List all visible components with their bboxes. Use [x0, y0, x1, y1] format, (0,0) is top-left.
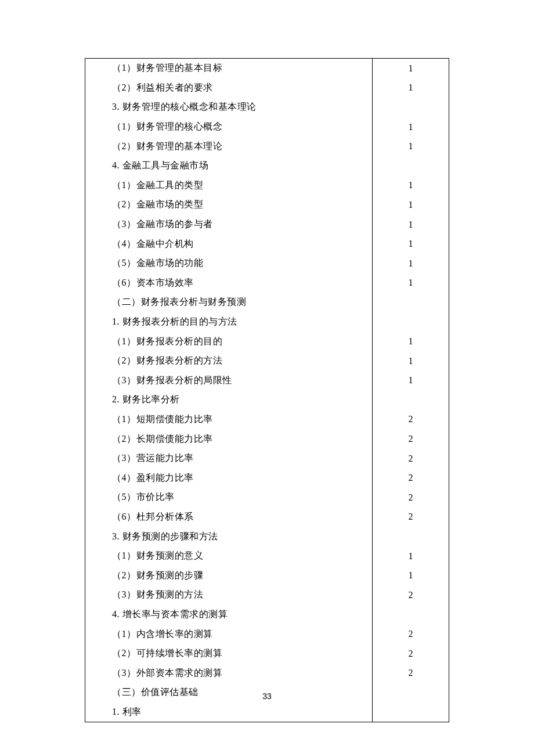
- table-row: （5）金融市场的功能1: [85, 254, 449, 273]
- table-row: （3）金融市场的参与者1: [85, 215, 449, 235]
- row-text: （2）财务管理的基本理论: [85, 141, 372, 153]
- row-text: （2）利益相关者的要求: [85, 82, 372, 94]
- row-text: （1）短期偿债能力比率: [85, 413, 372, 426]
- row-text: （4）盈利能力比率: [85, 472, 372, 484]
- table-row: 1. 利率: [85, 703, 449, 722]
- row-text: （3）财务预测的方法: [85, 589, 372, 601]
- table-row: （1）财务管理的基本目标1: [85, 59, 449, 78]
- row-value: [372, 527, 449, 546]
- row-text: （3）营运能力比率: [85, 452, 372, 465]
- row-value: 2: [372, 663, 449, 683]
- row-text: （6）资本市场效率: [85, 277, 372, 289]
- table-row: （5）市价比率2: [85, 488, 449, 507]
- row-text: （二）财务报表分析与财务预测: [85, 296, 372, 308]
- row-text: （1）内含增长率的测算: [85, 628, 372, 640]
- row-value: 1: [372, 78, 449, 98]
- table-row: （2）可持续增长率的测算2: [85, 644, 449, 664]
- row-value: [372, 156, 449, 176]
- row-text: 4. 金融工具与金融市场: [85, 160, 372, 172]
- table-row: （4）金融中介机构1: [85, 234, 449, 254]
- row-text: （1）财务预测的意义: [85, 550, 372, 562]
- row-text: （5）金融市场的功能: [85, 257, 372, 269]
- row-text: 1. 财务报表分析的目的与方法: [85, 316, 372, 328]
- row-value: [372, 605, 449, 625]
- row-text: （2）财务预测的步骤: [85, 570, 372, 582]
- table-row: （1）财务预测的意义1: [85, 546, 449, 566]
- table-row: （2）财务预测的步骤1: [85, 566, 449, 585]
- table-row: （3）外部资本需求的测算2: [85, 663, 449, 683]
- row-value: 1: [372, 351, 449, 371]
- table-row: 3. 财务预测的步骤和方法: [85, 527, 449, 546]
- row-text: （3）外部资本需求的测算: [85, 667, 372, 679]
- row-text: （2）可持续增长率的测算: [85, 647, 372, 660]
- row-value: 1: [372, 254, 449, 273]
- row-value: [372, 312, 449, 332]
- row-value: 1: [372, 566, 449, 585]
- row-text: 1. 利率: [85, 706, 372, 718]
- row-text: 2. 财务比率分析: [85, 394, 372, 406]
- table-row: （2）长期偿债能力比率2: [85, 429, 449, 449]
- row-text: （2）长期偿债能力比率: [85, 433, 372, 445]
- row-value: 1: [372, 176, 449, 196]
- row-text: （1）财务报表分析的目的: [85, 336, 372, 348]
- table-row: （3）营运能力比率2: [85, 449, 449, 469]
- table-row: （1）短期偿债能力比率2: [85, 410, 449, 430]
- row-value: 2: [372, 624, 449, 644]
- table-row: （4）盈利能力比率2: [85, 468, 449, 488]
- row-value: [372, 390, 449, 410]
- row-text: 3. 财务预测的步骤和方法: [85, 531, 372, 543]
- document-page: （1）财务管理的基本目标1（2）利益相关者的要求13. 财务管理的核心概念和基本…: [0, 0, 534, 756]
- row-value: [372, 98, 449, 117]
- row-text: （3）财务报表分析的局限性: [85, 375, 372, 387]
- table-row: （2）财务报表分析的方法1: [85, 351, 449, 371]
- row-value: 2: [372, 410, 449, 430]
- row-value: 1: [372, 136, 449, 156]
- table-row: （二）财务报表分析与财务预测: [85, 293, 449, 312]
- table-row: 4. 增长率与资本需求的测算: [85, 605, 449, 625]
- table-row: （6）资本市场效率1: [85, 273, 449, 293]
- row-value: 2: [372, 585, 449, 605]
- row-text: 3. 财务管理的核心概念和基本理论: [85, 101, 372, 113]
- syllabus-table: （1）财务管理的基本目标1（2）利益相关者的要求13. 财务管理的核心概念和基本…: [85, 58, 449, 722]
- row-text: （5）市价比率: [85, 491, 372, 503]
- table-row: （3）财务报表分析的局限性1: [85, 371, 449, 391]
- row-value: 2: [372, 507, 449, 527]
- table-row: （1）财务报表分析的目的1: [85, 332, 449, 351]
- row-value: 2: [372, 468, 449, 488]
- row-value: 1: [372, 59, 449, 78]
- table-row: 3. 财务管理的核心概念和基本理论: [85, 98, 449, 117]
- row-value: 2: [372, 644, 449, 664]
- row-value: 1: [372, 117, 449, 137]
- row-value: 2: [372, 449, 449, 469]
- row-text: （2）金融市场的类型: [85, 199, 372, 211]
- row-value: 1: [372, 215, 449, 235]
- table-row: （6）杜邦分析体系2: [85, 507, 449, 527]
- row-value: [372, 293, 449, 312]
- row-text: 4. 增长率与资本需求的测算: [85, 609, 372, 621]
- page-number: 33: [0, 692, 534, 701]
- table-row: （3）财务预测的方法2: [85, 585, 449, 605]
- table-row: （1）金融工具的类型1: [85, 176, 449, 196]
- row-text: （3）金融市场的参与者: [85, 218, 372, 231]
- row-value: 1: [372, 371, 449, 391]
- table-row: （2）财务管理的基本理论1: [85, 136, 449, 156]
- row-value: 2: [372, 429, 449, 449]
- row-text: （6）杜邦分析体系: [85, 511, 372, 523]
- row-value: 1: [372, 546, 449, 566]
- table-row: （2）金融市场的类型1: [85, 195, 449, 215]
- row-text: （1）财务管理的核心概念: [85, 121, 372, 133]
- row-text: （1）财务管理的基本目标: [85, 62, 372, 74]
- row-value: 1: [372, 234, 449, 254]
- table-row: （1）内含增长率的测算2: [85, 624, 449, 644]
- table-row: （2）利益相关者的要求1: [85, 78, 449, 98]
- table-row: 2. 财务比率分析: [85, 390, 449, 410]
- row-value: 1: [372, 273, 449, 293]
- row-value: 2: [372, 488, 449, 507]
- table-row: 1. 财务报表分析的目的与方法: [85, 312, 449, 332]
- row-text: （4）金融中介机构: [85, 238, 372, 250]
- row-text: （1）金融工具的类型: [85, 179, 372, 192]
- row-value: 1: [372, 332, 449, 351]
- row-value: 1: [372, 195, 449, 215]
- table-row: 4. 金融工具与金融市场: [85, 156, 449, 176]
- table-row: （1）财务管理的核心概念1: [85, 117, 449, 137]
